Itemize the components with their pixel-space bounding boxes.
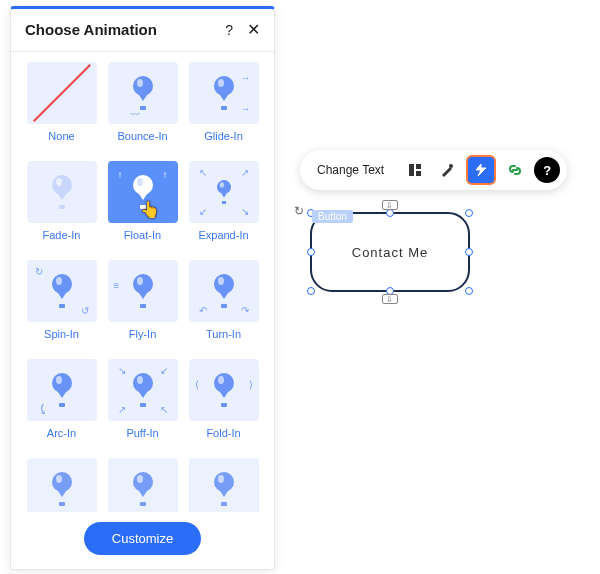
animation-label: Fly-In bbox=[129, 328, 157, 340]
balloon-icon bbox=[50, 373, 74, 407]
animation-fold-in[interactable]: ⟨⟩ Fold-In bbox=[187, 359, 260, 452]
animation-grid: None 〰 Bounce-In → → Glide-In Fade-In bbox=[11, 60, 274, 512]
animation-glide-in[interactable]: → → Glide-In bbox=[187, 62, 260, 155]
animation-arc-in[interactable]: ⤹ Arc-In bbox=[25, 359, 98, 452]
element-text: Contact Me bbox=[352, 245, 428, 260]
animation-bounce-in[interactable]: 〰 Bounce-In bbox=[106, 62, 179, 155]
balloon-icon bbox=[131, 472, 155, 506]
panel-title: Choose Animation bbox=[25, 21, 157, 38]
layout-icon[interactable] bbox=[402, 157, 428, 183]
resize-handle-bl[interactable] bbox=[307, 287, 315, 295]
animation-extra[interactable] bbox=[25, 458, 98, 512]
svg-rect-2 bbox=[416, 171, 421, 176]
animation-puff-in[interactable]: ↘↙ ↗↖ Puff-In bbox=[106, 359, 179, 452]
customize-button[interactable]: Customize bbox=[84, 522, 201, 555]
animation-label: Turn-In bbox=[206, 328, 241, 340]
divider bbox=[11, 51, 274, 52]
resize-handle-mt[interactable] bbox=[386, 209, 394, 217]
animation-spin-in[interactable]: ↻↺ Spin-In bbox=[25, 260, 98, 353]
balloon-icon bbox=[212, 274, 236, 308]
animation-expand-in[interactable]: ↖↗ ↙↘ Expand-In bbox=[187, 161, 260, 254]
balloon-icon bbox=[50, 175, 74, 209]
help-circle-icon[interactable]: ? bbox=[534, 157, 560, 183]
animation-label: Arc-In bbox=[47, 427, 76, 439]
selected-element-wrap: ↻ Button Contact Me ⇩ ⇩ bbox=[310, 212, 475, 292]
design-brush-icon[interactable] bbox=[434, 157, 460, 183]
animation-extra[interactable] bbox=[187, 458, 260, 512]
animation-icon[interactable] bbox=[466, 155, 496, 185]
element-type-tag: Button bbox=[312, 210, 353, 223]
animation-panel: Choose Animation ? ✕ None 〰 Bounce-In → … bbox=[10, 6, 275, 570]
resize-handle-tr[interactable] bbox=[465, 209, 473, 217]
resize-handle-br[interactable] bbox=[465, 287, 473, 295]
stretch-grip-bottom[interactable]: ⇩ bbox=[382, 294, 398, 304]
animation-label: Glide-In bbox=[204, 130, 243, 142]
contact-me-button[interactable]: Contact Me ⇩ ⇩ bbox=[310, 212, 470, 292]
balloon-icon bbox=[131, 373, 155, 407]
balloon-icon bbox=[212, 472, 236, 506]
animation-label: Spin-In bbox=[44, 328, 79, 340]
none-slash-icon bbox=[33, 64, 91, 122]
animation-float-in[interactable]: ↑ ↑ 👆 Float-In bbox=[106, 161, 179, 254]
svg-point-3 bbox=[449, 164, 453, 168]
floating-toolbar: Change Text ? bbox=[300, 150, 567, 190]
animation-fly-in[interactable]: ≡ Fly-In bbox=[106, 260, 179, 353]
animation-label: Puff-In bbox=[126, 427, 158, 439]
animation-label: Fold-In bbox=[206, 427, 240, 439]
animation-extra[interactable] bbox=[106, 458, 179, 512]
balloon-icon bbox=[212, 373, 236, 407]
rotate-handle-icon[interactable]: ↻ bbox=[294, 204, 304, 218]
balloon-icon bbox=[131, 76, 155, 110]
animation-turn-in[interactable]: ↶↷ Turn-In bbox=[187, 260, 260, 353]
animation-label: Fade-In bbox=[43, 229, 81, 241]
animation-label: Bounce-In bbox=[117, 130, 167, 142]
resize-handle-ml[interactable] bbox=[307, 248, 315, 256]
customize-bar: Customize bbox=[11, 512, 274, 569]
balloon-icon bbox=[50, 472, 74, 506]
balloon-icon bbox=[50, 274, 74, 308]
close-icon[interactable]: ✕ bbox=[247, 22, 260, 38]
help-icon[interactable]: ? bbox=[225, 22, 233, 38]
animation-none[interactable]: None bbox=[25, 62, 98, 155]
animation-fade-in[interactable]: Fade-In bbox=[25, 161, 98, 254]
animation-label: Float-In bbox=[124, 229, 161, 241]
change-text-button[interactable]: Change Text bbox=[305, 157, 396, 183]
canvas-area: Change Text ? ↻ Button Contact Me bbox=[300, 150, 590, 292]
svg-rect-0 bbox=[409, 164, 414, 176]
resize-handle-mr[interactable] bbox=[465, 248, 473, 256]
animation-label: Expand-In bbox=[198, 229, 248, 241]
link-icon[interactable] bbox=[502, 157, 528, 183]
panel-header: Choose Animation ? ✕ bbox=[11, 9, 274, 51]
balloon-icon bbox=[212, 76, 236, 110]
balloon-icon bbox=[215, 180, 232, 204]
cursor-hand-icon: 👆 bbox=[140, 200, 160, 219]
stretch-grip-top[interactable]: ⇩ bbox=[382, 200, 398, 210]
balloon-icon bbox=[131, 274, 155, 308]
animation-label: None bbox=[48, 130, 74, 142]
svg-rect-1 bbox=[416, 164, 421, 169]
